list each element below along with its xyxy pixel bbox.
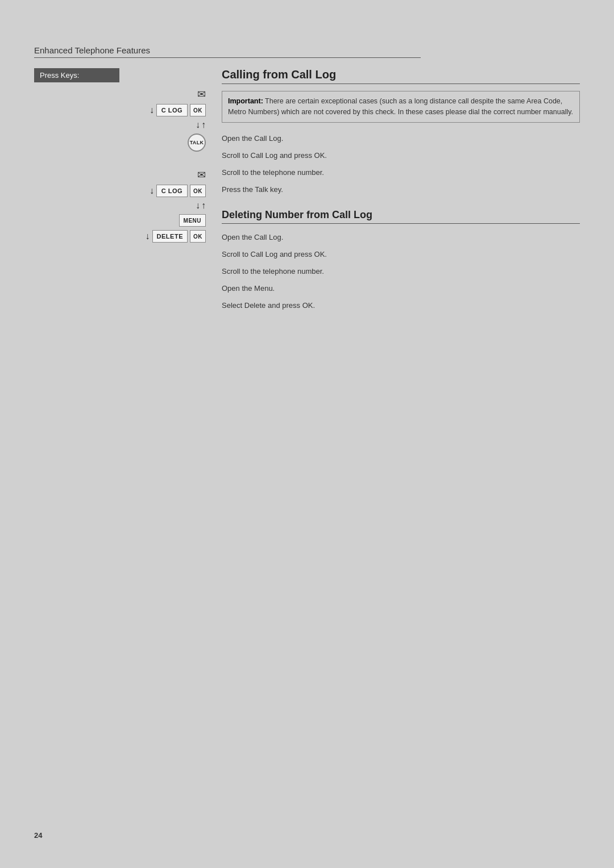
- menu-btn: MENU: [179, 214, 206, 227]
- press-keys-header: Press Keys:: [34, 68, 119, 82]
- left-panel: Press Keys: ✉ ↓ C LOG OK ↓ ↑: [34, 68, 210, 321]
- calling-instruction-1-text: Open the Call Log.: [222, 133, 283, 144]
- calling-instruction-3-text: Scroll to the telephone number.: [222, 167, 324, 178]
- calling-key-clog-row: ↓ C LOG OK: [34, 104, 210, 116]
- calling-instruction-1: Open the Call Log.: [222, 131, 580, 147]
- deleting-instruction-2-text: Scroll to Call Log and press OK.: [222, 249, 327, 260]
- envelope-icon: ✉: [197, 88, 206, 101]
- calling-instruction-4: Press the Talk key.: [222, 182, 580, 198]
- deleting-key-clog-row: ↓ C LOG OK: [34, 185, 210, 197]
- section-spacer-1: [34, 155, 210, 169]
- deleting-envelope-icon: ✉: [197, 169, 206, 181]
- calling-instruction-2: Scroll to Call Log and press OK.: [222, 148, 580, 164]
- deleting-key-envelope-row: ✉: [34, 169, 210, 181]
- clog-ok-btn: OK: [190, 104, 206, 116]
- delete-ok-btn: OK: [190, 230, 206, 243]
- deleting-arrow-down: ↓: [196, 201, 200, 211]
- deleting-arrow-up: ↑: [201, 201, 206, 211]
- deleting-instruction-4: Open the Menu.: [222, 281, 580, 297]
- deleting-clog-btn: C LOG: [156, 185, 188, 197]
- important-label: Important:: [228, 97, 263, 105]
- page: Enhanced Telephone Features Press Keys: …: [0, 0, 614, 868]
- deleting-arrows-pair: ↓ ↑: [196, 201, 206, 211]
- clog-btn: C LOG: [156, 104, 188, 116]
- deleting-instruction-5: Select Delete and press OK.: [222, 298, 580, 314]
- deleting-clog-ok-btn: OK: [190, 185, 206, 197]
- important-box: Important: There are certain exceptional…: [222, 91, 580, 123]
- deleting-instructions: Open the Call Log. Scroll to Call Log an…: [222, 229, 580, 314]
- keys-area: ✉ ↓ C LOG OK ↓ ↑ TALK: [34, 82, 210, 321]
- talk-btn: TALK: [188, 133, 206, 152]
- calling-instruction-3: Scroll to the telephone number.: [222, 165, 580, 181]
- deleting-instruction-2: Scroll to Call Log and press OK.: [222, 247, 580, 262]
- calling-arrows-pair: ↓ ↑: [196, 120, 206, 130]
- calling-arrow-up: ↑: [201, 120, 206, 130]
- deleting-instruction-4-text: Open the Menu.: [222, 283, 275, 294]
- calling-instruction-4-text: Press the Talk key.: [222, 184, 283, 195]
- deleting-key-arrows-row: ↓ ↑: [34, 201, 210, 211]
- calling-instructions: Open the Call Log. Scroll to Call Log an…: [222, 131, 580, 198]
- calling-arrow-down: ↓: [196, 120, 200, 130]
- deleting-key-menu-row: MENU: [34, 214, 210, 227]
- deleting-instruction-5-text: Select Delete and press OK.: [222, 300, 315, 311]
- delete-btn: DELETE: [152, 230, 188, 243]
- section-title: Enhanced Telephone Features: [34, 45, 421, 58]
- page-number: 24: [34, 831, 42, 840]
- content-layout: Press Keys: ✉ ↓ C LOG OK ↓ ↑: [34, 68, 580, 321]
- calling-key-arrows-row: ↓ ↑: [34, 120, 210, 130]
- deleting-key-delete-row: ↓ DELETE OK: [34, 230, 210, 243]
- deleting-heading: Deleting Number from Call Log: [222, 209, 580, 224]
- deleting-instruction-3: Scroll to the telephone number.: [222, 264, 580, 279]
- delete-arrow-down: ↓: [146, 231, 150, 241]
- calling-key-envelope-row: ✉: [34, 88, 210, 101]
- clog-arrow-down: ↓: [150, 105, 154, 115]
- calling-instruction-2-text: Scroll to Call Log and press OK.: [222, 150, 327, 161]
- deleting-instruction-1: Open the Call Log.: [222, 229, 580, 245]
- calling-key-talk-row: TALK: [34, 133, 210, 152]
- important-text: There are certain exceptional cases (suc…: [228, 97, 573, 116]
- right-panel: Calling from Call Log Important: There a…: [210, 68, 580, 315]
- section-gap: [222, 199, 580, 205]
- deleting-instruction-1-text: Open the Call Log.: [222, 232, 283, 243]
- deleting-clog-arrow-down: ↓: [150, 186, 154, 196]
- deleting-instruction-3-text: Scroll to the telephone number.: [222, 266, 324, 277]
- calling-heading: Calling from Call Log: [222, 68, 580, 84]
